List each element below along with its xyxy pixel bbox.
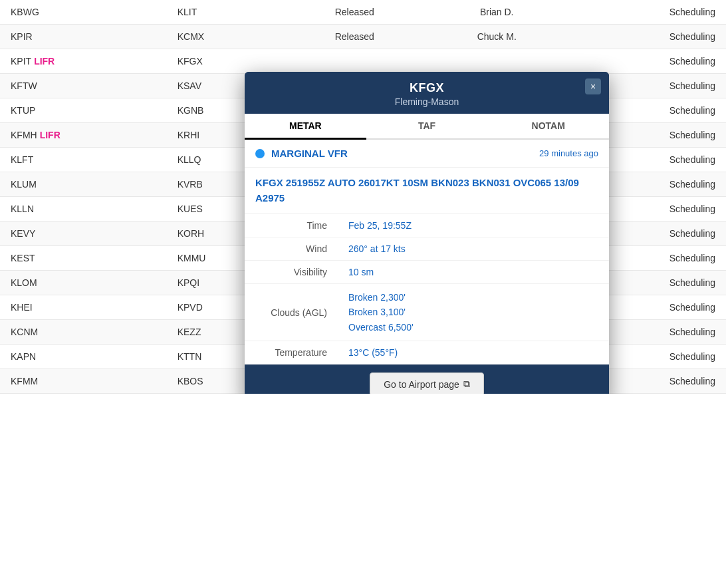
category-dot <box>255 149 265 158</box>
table-cell-airport1: KTUP <box>0 98 167 123</box>
tab-metar[interactable]: METAR <box>245 114 366 140</box>
category-time: 29 minutes ago <box>539 148 598 158</box>
metar-data-row: Visibility10 sm <box>245 261 609 284</box>
lifr-badge: LIFR <box>34 56 55 67</box>
table-cell-department: Scheduling <box>568 49 726 74</box>
metar-field-label: Time <box>245 214 338 237</box>
table-cell-status: Released <box>283 0 425 25</box>
table-cell-airport1: KPITLIFR <box>0 49 167 74</box>
table-cell-airport1: KLOM <box>0 271 167 295</box>
table-cell-department: Scheduling <box>568 25 726 49</box>
table-cell-airport1: KEVY <box>0 221 167 246</box>
table-cell-department: Scheduling <box>568 0 726 25</box>
table-cell-airport1: KBWG <box>0 0 167 25</box>
cloud-layer: Broken 2,300' <box>348 290 598 305</box>
table-cell-person <box>425 49 568 74</box>
metar-data-row: Temperature13°C (55°F) <box>245 341 609 365</box>
raw-metar-text: KFGX 251955Z AUTO 26017KT 10SM BKN023 BK… <box>255 176 598 206</box>
external-link-icon: ⧉ <box>463 378 470 390</box>
table-cell-airport2: KLIT <box>167 0 284 25</box>
metar-field-label: Clouds (AGL) <box>245 284 338 341</box>
lifr-badge: LIFR <box>40 130 60 140</box>
airport-page-button[interactable]: Go to Airport page ⧉ <box>370 372 484 394</box>
table-cell-status <box>283 49 425 74</box>
metar-data-table: TimeFeb 25, 19:55ZWind260° at 17 ktsVisi… <box>245 214 609 365</box>
modal-tabs: METAR TAF NOTAM <box>245 114 609 140</box>
table-cell-airport1: KEST <box>0 246 167 271</box>
modal-airport-code: KFGX <box>258 81 596 95</box>
cloud-layer: Overcast 6,500' <box>348 320 598 335</box>
metar-data-row: Wind260° at 17 kts <box>245 237 609 261</box>
raw-metar-section: KFGX 251955Z AUTO 26017KT 10SM BKN023 BK… <box>245 168 609 214</box>
metar-data-row: Clouds (AGL)Broken 2,300'Broken 3,100'Ov… <box>245 284 609 341</box>
table-cell-person: Brian D. <box>425 0 568 25</box>
table-cell-airport1: KLUM <box>0 172 167 197</box>
table-cell-airport1: KPIR <box>0 25 167 49</box>
metar-field-label: Visibility <box>245 261 338 284</box>
modal-footer: Go to Airport page ⧉ <box>245 365 609 394</box>
modal-body: MARGINAL VFR 29 minutes ago KFGX 251955Z… <box>245 140 609 365</box>
flight-category-row: MARGINAL VFR 29 minutes ago <box>245 140 609 168</box>
metar-field-label: Temperature <box>245 341 338 365</box>
table-cell-airport1: KLFT <box>0 148 167 172</box>
tab-taf[interactable]: TAF <box>366 114 488 140</box>
main-container: KBWGKLITReleasedBrian D.SchedulingKPIRKC… <box>0 0 726 394</box>
table-cell-airport1: KAPN <box>0 345 167 369</box>
modal-close-button[interactable]: × <box>585 78 601 94</box>
table-cell-airport1: KFMHLIFR <box>0 123 167 148</box>
table-cell-airport2: KFGX <box>167 49 284 74</box>
metar-field-value: 10 sm <box>338 261 609 284</box>
table-cell-airport1: KFMM <box>0 369 167 394</box>
metar-field-value: 13°C (55°F) <box>338 341 609 365</box>
metar-data-row: TimeFeb 25, 19:55Z <box>245 214 609 237</box>
table-cell-airport1: KFTW <box>0 74 167 98</box>
table-cell-airport2: KCMX <box>167 25 284 49</box>
table-cell-airport1: KLLN <box>0 197 167 221</box>
table-cell-status: Released <box>283 25 425 49</box>
metar-field-value: Broken 2,300'Broken 3,100'Overcast 6,500… <box>338 284 609 341</box>
modal-header: KFGX Fleming-Mason × <box>245 72 609 114</box>
cloud-layer: Broken 3,100' <box>348 305 598 319</box>
metar-field-value: Feb 25, 19:55Z <box>338 214 609 237</box>
tab-notam[interactable]: NOTAM <box>487 114 609 140</box>
metar-field-value: 260° at 17 kts <box>338 237 609 261</box>
flight-category-label: MARGINAL VFR <box>271 148 348 159</box>
airport-page-label: Go to Airport page <box>384 379 459 390</box>
table-cell-airport1: KCNM <box>0 320 167 345</box>
table-cell-person: Chuck M. <box>425 25 568 49</box>
metar-field-label: Wind <box>245 237 338 261</box>
table-cell-airport1: KHEI <box>0 295 167 320</box>
category-left: MARGINAL VFR <box>255 148 348 159</box>
metar-modal: KFGX Fleming-Mason × METAR TAF NOTAM MAR… <box>245 72 609 394</box>
modal-airport-name: Fleming-Mason <box>258 96 596 107</box>
